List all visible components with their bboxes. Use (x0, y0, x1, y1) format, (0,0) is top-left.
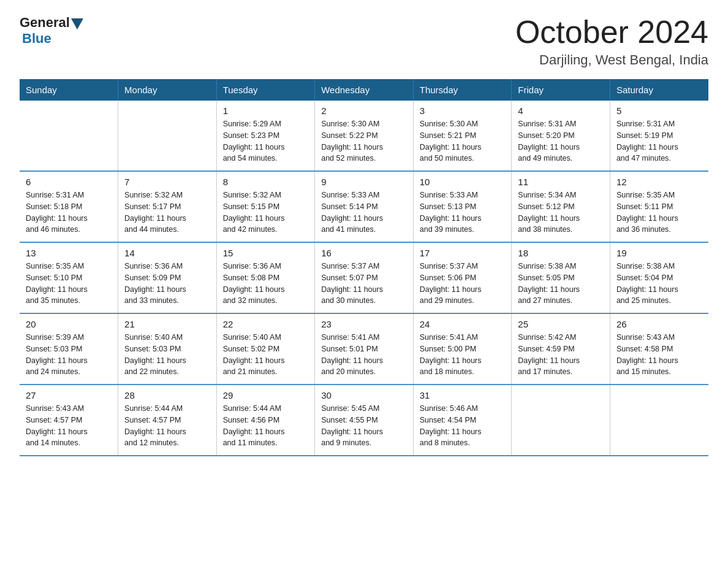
day-number: 2 (321, 105, 407, 116)
calendar-cell: 14Sunrise: 5:36 AMSunset: 5:09 PMDayligh… (118, 242, 217, 313)
month-title: October 2024 (515, 15, 708, 50)
calendar-cell: 1Sunrise: 5:29 AMSunset: 5:23 PMDaylight… (216, 101, 315, 171)
day-number: 18 (518, 248, 604, 258)
day-info: Sunrise: 5:30 AMSunset: 5:22 PMDaylight:… (321, 118, 407, 164)
day-number: 9 (321, 177, 407, 187)
day-info: Sunrise: 5:35 AMSunset: 5:10 PMDaylight:… (26, 261, 112, 307)
location-title: Darjiling, West Bengal, India (515, 52, 708, 68)
day-info: Sunrise: 5:36 AMSunset: 5:09 PMDaylight:… (124, 261, 210, 307)
weekday-header-friday: Friday (512, 79, 610, 101)
day-number: 6 (26, 177, 112, 187)
day-info: Sunrise: 5:36 AMSunset: 5:08 PMDaylight:… (223, 261, 309, 307)
day-info: Sunrise: 5:37 AMSunset: 5:06 PMDaylight:… (420, 261, 506, 307)
day-number: 27 (26, 390, 112, 400)
calendar-cell: 12Sunrise: 5:35 AMSunset: 5:11 PMDayligh… (610, 171, 708, 242)
calendar-cell: 4Sunrise: 5:31 AMSunset: 5:20 PMDaylight… (512, 101, 610, 171)
calendar-cell (610, 385, 708, 456)
day-info: Sunrise: 5:31 AMSunset: 5:18 PMDaylight:… (26, 190, 112, 236)
calendar-cell: 21Sunrise: 5:40 AMSunset: 5:03 PMDayligh… (118, 313, 217, 385)
day-info: Sunrise: 5:35 AMSunset: 5:11 PMDaylight:… (616, 190, 702, 236)
day-info: Sunrise: 5:33 AMSunset: 5:13 PMDaylight:… (420, 190, 506, 236)
day-number: 29 (223, 390, 309, 400)
calendar-week-row: 1Sunrise: 5:29 AMSunset: 5:23 PMDaylight… (20, 101, 708, 171)
day-number: 20 (26, 319, 112, 329)
calendar-cell: 3Sunrise: 5:30 AMSunset: 5:21 PMDaylight… (413, 101, 512, 171)
calendar-cell (118, 101, 217, 171)
calendar-cell: 5Sunrise: 5:31 AMSunset: 5:19 PMDaylight… (610, 101, 708, 171)
day-number: 11 (518, 177, 604, 187)
logo-triangle-icon (71, 18, 83, 29)
day-info: Sunrise: 5:42 AMSunset: 4:59 PMDaylight:… (518, 332, 604, 378)
day-info: Sunrise: 5:40 AMSunset: 5:03 PMDaylight:… (124, 332, 210, 378)
calendar-cell: 26Sunrise: 5:43 AMSunset: 4:58 PMDayligh… (610, 313, 708, 385)
calendar-cell (512, 385, 610, 456)
calendar-cell: 7Sunrise: 5:32 AMSunset: 5:17 PMDaylight… (118, 171, 217, 242)
day-info: Sunrise: 5:37 AMSunset: 5:07 PMDaylight:… (321, 261, 407, 307)
day-number: 13 (26, 248, 112, 258)
day-info: Sunrise: 5:38 AMSunset: 5:04 PMDaylight:… (616, 261, 702, 307)
weekday-header-wednesday: Wednesday (315, 79, 414, 101)
logo-blue-text: Blue (22, 31, 51, 47)
weekday-header-saturday: Saturday (610, 79, 708, 101)
calendar-week-row: 6Sunrise: 5:31 AMSunset: 5:18 PMDaylight… (20, 171, 708, 242)
weekday-header-sunday: Sunday (20, 79, 118, 101)
day-info: Sunrise: 5:33 AMSunset: 5:14 PMDaylight:… (321, 190, 407, 236)
day-info: Sunrise: 5:44 AMSunset: 4:57 PMDaylight:… (124, 403, 210, 449)
day-number: 26 (616, 319, 702, 329)
calendar-cell: 2Sunrise: 5:30 AMSunset: 5:22 PMDaylight… (315, 101, 414, 171)
day-number: 21 (124, 319, 210, 329)
calendar-cell: 30Sunrise: 5:45 AMSunset: 4:55 PMDayligh… (315, 385, 414, 456)
page-header: General Blue October 2024 Darjiling, Wes… (20, 15, 708, 68)
day-number: 7 (124, 177, 210, 187)
calendar-week-row: 13Sunrise: 5:35 AMSunset: 5:10 PMDayligh… (20, 242, 708, 313)
weekday-header-thursday: Thursday (413, 79, 512, 101)
day-number: 3 (420, 105, 506, 116)
calendar-table: SundayMondayTuesdayWednesdayThursdayFrid… (20, 79, 708, 456)
calendar-cell: 28Sunrise: 5:44 AMSunset: 4:57 PMDayligh… (118, 385, 217, 456)
calendar-cell: 17Sunrise: 5:37 AMSunset: 5:06 PMDayligh… (413, 242, 512, 313)
calendar-week-row: 27Sunrise: 5:43 AMSunset: 4:57 PMDayligh… (20, 385, 708, 456)
day-number: 31 (420, 390, 506, 400)
calendar-cell: 10Sunrise: 5:33 AMSunset: 5:13 PMDayligh… (413, 171, 512, 242)
day-number: 10 (420, 177, 506, 187)
calendar-week-row: 20Sunrise: 5:39 AMSunset: 5:03 PMDayligh… (20, 313, 708, 385)
day-info: Sunrise: 5:34 AMSunset: 5:12 PMDaylight:… (518, 190, 604, 236)
title-block: October 2024 Darjiling, West Bengal, Ind… (515, 15, 708, 68)
calendar-cell (20, 101, 118, 171)
day-info: Sunrise: 5:32 AMSunset: 5:15 PMDaylight:… (223, 190, 309, 236)
calendar-cell: 19Sunrise: 5:38 AMSunset: 5:04 PMDayligh… (610, 242, 708, 313)
day-number: 25 (518, 319, 604, 329)
day-number: 12 (616, 177, 702, 187)
day-number: 19 (616, 248, 702, 258)
calendar-cell: 25Sunrise: 5:42 AMSunset: 4:59 PMDayligh… (512, 313, 610, 385)
day-number: 28 (124, 390, 210, 400)
day-info: Sunrise: 5:31 AMSunset: 5:20 PMDaylight:… (518, 118, 604, 164)
calendar-cell: 11Sunrise: 5:34 AMSunset: 5:12 PMDayligh… (512, 171, 610, 242)
day-info: Sunrise: 5:38 AMSunset: 5:05 PMDaylight:… (518, 261, 604, 307)
day-info: Sunrise: 5:41 AMSunset: 5:00 PMDaylight:… (420, 332, 506, 378)
day-info: Sunrise: 5:30 AMSunset: 5:21 PMDaylight:… (420, 118, 506, 164)
weekday-header-tuesday: Tuesday (216, 79, 315, 101)
day-number: 30 (321, 390, 407, 400)
day-number: 17 (420, 248, 506, 258)
calendar-cell: 13Sunrise: 5:35 AMSunset: 5:10 PMDayligh… (20, 242, 118, 313)
day-info: Sunrise: 5:43 AMSunset: 4:58 PMDaylight:… (616, 332, 702, 378)
logo: General Blue (20, 15, 83, 47)
day-number: 22 (223, 319, 309, 329)
day-number: 4 (518, 105, 604, 116)
calendar-cell: 18Sunrise: 5:38 AMSunset: 5:05 PMDayligh… (512, 242, 610, 313)
calendar-cell: 6Sunrise: 5:31 AMSunset: 5:18 PMDaylight… (20, 171, 118, 242)
calendar-cell: 20Sunrise: 5:39 AMSunset: 5:03 PMDayligh… (20, 313, 118, 385)
calendar-cell: 9Sunrise: 5:33 AMSunset: 5:14 PMDaylight… (315, 171, 414, 242)
day-number: 24 (420, 319, 506, 329)
day-info: Sunrise: 5:31 AMSunset: 5:19 PMDaylight:… (616, 118, 702, 164)
day-info: Sunrise: 5:40 AMSunset: 5:02 PMDaylight:… (223, 332, 309, 378)
day-info: Sunrise: 5:44 AMSunset: 4:56 PMDaylight:… (223, 403, 309, 449)
weekday-header-row: SundayMondayTuesdayWednesdayThursdayFrid… (20, 79, 708, 101)
weekday-header-monday: Monday (118, 79, 217, 101)
day-info: Sunrise: 5:41 AMSunset: 5:01 PMDaylight:… (321, 332, 407, 378)
day-number: 14 (124, 248, 210, 258)
calendar-cell: 15Sunrise: 5:36 AMSunset: 5:08 PMDayligh… (216, 242, 315, 313)
day-info: Sunrise: 5:45 AMSunset: 4:55 PMDaylight:… (321, 403, 407, 449)
day-number: 1 (223, 105, 309, 116)
